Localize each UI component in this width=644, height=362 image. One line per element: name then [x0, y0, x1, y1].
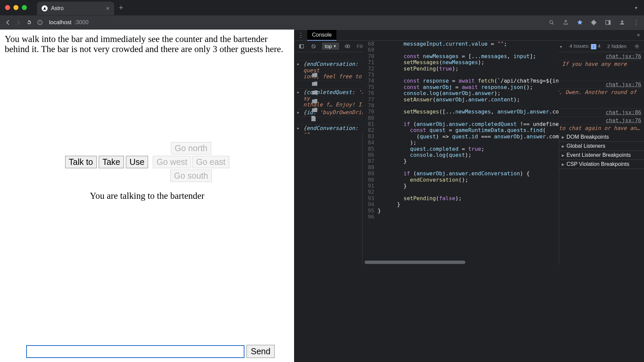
- send-button[interactable]: Send: [246, 345, 275, 358]
- console-context-selector[interactable]: top ▼: [322, 43, 339, 50]
- go-south-button[interactable]: Go south: [170, 170, 212, 182]
- live-expression-icon[interactable]: [344, 43, 351, 50]
- webpage-viewport: You walk into the bar and immediately se…: [0, 30, 294, 362]
- close-tab-icon[interactable]: ×: [106, 5, 109, 12]
- drawer-menu-icon[interactable]: ⋮: [294, 32, 307, 39]
- window-controls: [5, 5, 27, 10]
- issues-summary[interactable]: 4 Issues: i 4: [569, 43, 601, 49]
- close-window-icon[interactable]: [5, 5, 10, 10]
- url-path: :3000: [74, 19, 89, 26]
- folder-icon: [312, 99, 317, 103]
- console-source-link[interactable]: chat.jsx:86: [602, 109, 641, 116]
- take-button[interactable]: Take: [99, 156, 124, 168]
- zoom-icon[interactable]: [548, 19, 555, 26]
- tab-title: Astro: [51, 5, 63, 11]
- svg-line-4: [552, 23, 554, 25]
- svg-rect-6: [609, 20, 610, 25]
- svg-rect-1: [40, 22, 40, 24]
- talking-to-label: You are talking to the bartender: [90, 191, 204, 201]
- svg-rect-2: [40, 21, 40, 22]
- console-source-link[interactable]: chat.jsx:76: [602, 82, 641, 88]
- browser-tabstrip: Astro × + ▾: [0, 0, 644, 15]
- svg-point-26: [347, 45, 349, 47]
- drawer-tab-console[interactable]: Console: [307, 30, 336, 41]
- go-west-button[interactable]: Go west: [153, 156, 191, 168]
- global-listeners-section[interactable]: ▶Global Listeners: [562, 143, 644, 149]
- chrome-menu-icon[interactable]: ⋮: [633, 19, 640, 26]
- tabs-overflow-icon[interactable]: ▾: [635, 5, 637, 10]
- nav-forward-button[interactable]: [15, 19, 22, 26]
- extensions-icon[interactable]: [590, 19, 598, 26]
- bookmark-icon[interactable]: [576, 19, 584, 26]
- share-icon[interactable]: [562, 19, 569, 26]
- svg-point-3: [550, 20, 553, 24]
- console-source-link[interactable]: chat.jsx:76: [602, 53, 641, 59]
- file-icon: [311, 116, 316, 121]
- browser-toolbar: localhost:3000 ⋮: [0, 15, 644, 30]
- dom-breakpoints-section[interactable]: ▶DOM Breakpoints: [562, 134, 644, 140]
- profile-icon[interactable]: [618, 19, 626, 26]
- url-host: localhost: [49, 19, 72, 26]
- new-tab-button[interactable]: +: [119, 3, 123, 12]
- hidden-count[interactable]: 2 hidden: [607, 43, 627, 49]
- room-description: You walk into the bar and immediately se…: [5, 34, 289, 54]
- reload-button[interactable]: [26, 19, 33, 26]
- address-bar[interactable]: localhost:3000: [49, 19, 89, 26]
- use-button[interactable]: Use: [126, 156, 148, 168]
- action-controls: Talk to Take Use Go north Go west Go eas…: [65, 142, 229, 182]
- browser-tab-astro[interactable]: Astro ×: [37, 2, 114, 15]
- console-source-link[interactable]: chat.jsx:76: [602, 118, 641, 124]
- minimize-window-icon[interactable]: [13, 5, 18, 10]
- folder-icon: [312, 108, 317, 112]
- console-sidebar-icon[interactable]: [298, 43, 305, 50]
- event-breakpoints-section[interactable]: ▶Event Listener Breakpoints: [562, 152, 644, 158]
- drawer-close-icon[interactable]: ×: [633, 32, 644, 38]
- maximize-window-icon[interactable]: [22, 5, 27, 10]
- nav-back-button[interactable]: [4, 19, 11, 26]
- site-info-icon[interactable]: [36, 19, 44, 26]
- console-clear-icon[interactable]: [310, 43, 317, 50]
- horizontal-scrollbar[interactable]: [365, 261, 465, 264]
- console-settings-icon[interactable]: [633, 43, 641, 50]
- svg-rect-23: [300, 44, 301, 48]
- chat-bar: Send: [26, 345, 275, 358]
- svg-point-7: [621, 20, 623, 22]
- svg-line-25: [312, 45, 315, 48]
- code-editor[interactable]: 68 messageInput.current.value = "";6970 …: [363, 41, 559, 265]
- sidepanel-icon[interactable]: [604, 19, 612, 26]
- svg-point-27: [636, 46, 638, 47]
- folder-icon: [312, 90, 317, 95]
- chat-input[interactable]: [26, 345, 244, 358]
- talk-to-button[interactable]: Talk to: [65, 156, 97, 168]
- csp-breakpoints-section[interactable]: ▶CSP Violation Breakpoints: [562, 161, 644, 167]
- go-north-button[interactable]: Go north: [171, 142, 211, 154]
- favicon-icon: [42, 5, 48, 11]
- go-east-button[interactable]: Go east: [192, 156, 229, 168]
